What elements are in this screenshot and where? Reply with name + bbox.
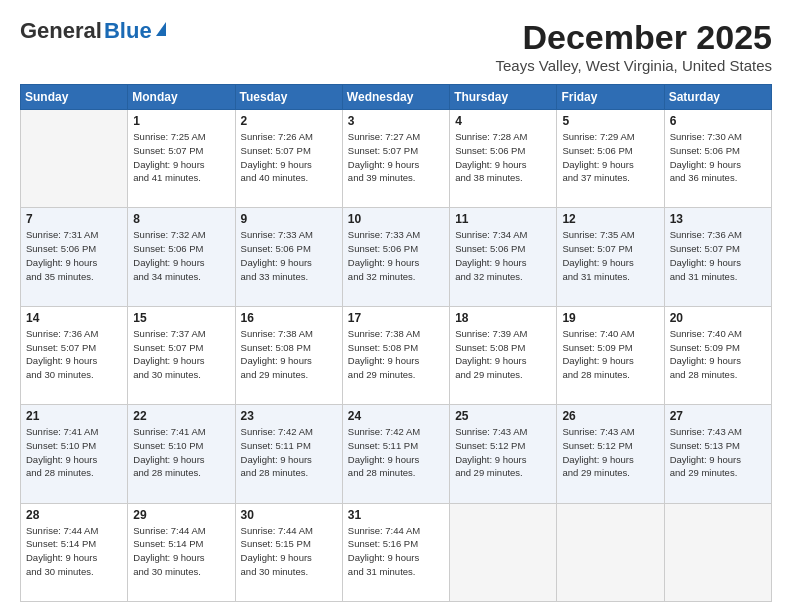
logo-text: GeneralBlue (20, 18, 166, 44)
calendar-week-row: 21Sunrise: 7:41 AMSunset: 5:10 PMDayligh… (21, 405, 772, 503)
logo-general: General (20, 18, 102, 44)
table-row: 29Sunrise: 7:44 AMSunset: 5:14 PMDayligh… (128, 503, 235, 601)
table-row: 15Sunrise: 7:37 AMSunset: 5:07 PMDayligh… (128, 306, 235, 404)
page: GeneralBlue December 2025 Teays Valley, … (0, 0, 792, 612)
table-row: 21Sunrise: 7:41 AMSunset: 5:10 PMDayligh… (21, 405, 128, 503)
day-number: 26 (562, 409, 658, 423)
day-number: 10 (348, 212, 444, 226)
day-info: Sunrise: 7:40 AMSunset: 5:09 PMDaylight:… (670, 327, 766, 382)
calendar-week-row: 7Sunrise: 7:31 AMSunset: 5:06 PMDaylight… (21, 208, 772, 306)
header: GeneralBlue December 2025 Teays Valley, … (20, 18, 772, 74)
day-number: 3 (348, 114, 444, 128)
table-row: 9Sunrise: 7:33 AMSunset: 5:06 PMDaylight… (235, 208, 342, 306)
table-row: 20Sunrise: 7:40 AMSunset: 5:09 PMDayligh… (664, 306, 771, 404)
table-row: 17Sunrise: 7:38 AMSunset: 5:08 PMDayligh… (342, 306, 449, 404)
day-number: 1 (133, 114, 229, 128)
calendar-week-row: 1Sunrise: 7:25 AMSunset: 5:07 PMDaylight… (21, 110, 772, 208)
day-number: 19 (562, 311, 658, 325)
title-block: December 2025 Teays Valley, West Virgini… (495, 18, 772, 74)
day-info: Sunrise: 7:25 AMSunset: 5:07 PMDaylight:… (133, 130, 229, 185)
day-info: Sunrise: 7:36 AMSunset: 5:07 PMDaylight:… (26, 327, 122, 382)
table-row: 16Sunrise: 7:38 AMSunset: 5:08 PMDayligh… (235, 306, 342, 404)
table-row: 24Sunrise: 7:42 AMSunset: 5:11 PMDayligh… (342, 405, 449, 503)
calendar-table: Sunday Monday Tuesday Wednesday Thursday… (20, 84, 772, 602)
day-info: Sunrise: 7:29 AMSunset: 5:06 PMDaylight:… (562, 130, 658, 185)
col-saturday: Saturday (664, 85, 771, 110)
day-number: 9 (241, 212, 337, 226)
table-row: 25Sunrise: 7:43 AMSunset: 5:12 PMDayligh… (450, 405, 557, 503)
day-info: Sunrise: 7:33 AMSunset: 5:06 PMDaylight:… (348, 228, 444, 283)
col-tuesday: Tuesday (235, 85, 342, 110)
table-row (557, 503, 664, 601)
col-thursday: Thursday (450, 85, 557, 110)
table-row: 23Sunrise: 7:42 AMSunset: 5:11 PMDayligh… (235, 405, 342, 503)
day-info: Sunrise: 7:44 AMSunset: 5:14 PMDaylight:… (133, 524, 229, 579)
day-number: 11 (455, 212, 551, 226)
day-number: 25 (455, 409, 551, 423)
day-number: 24 (348, 409, 444, 423)
day-number: 5 (562, 114, 658, 128)
calendar-week-row: 28Sunrise: 7:44 AMSunset: 5:14 PMDayligh… (21, 503, 772, 601)
day-number: 17 (348, 311, 444, 325)
table-row: 2Sunrise: 7:26 AMSunset: 5:07 PMDaylight… (235, 110, 342, 208)
table-row: 1Sunrise: 7:25 AMSunset: 5:07 PMDaylight… (128, 110, 235, 208)
day-number: 16 (241, 311, 337, 325)
day-info: Sunrise: 7:37 AMSunset: 5:07 PMDaylight:… (133, 327, 229, 382)
day-number: 2 (241, 114, 337, 128)
day-info: Sunrise: 7:40 AMSunset: 5:09 PMDaylight:… (562, 327, 658, 382)
table-row: 7Sunrise: 7:31 AMSunset: 5:06 PMDaylight… (21, 208, 128, 306)
day-info: Sunrise: 7:30 AMSunset: 5:06 PMDaylight:… (670, 130, 766, 185)
logo-blue: Blue (104, 18, 152, 44)
table-row: 13Sunrise: 7:36 AMSunset: 5:07 PMDayligh… (664, 208, 771, 306)
day-info: Sunrise: 7:34 AMSunset: 5:06 PMDaylight:… (455, 228, 551, 283)
day-info: Sunrise: 7:43 AMSunset: 5:12 PMDaylight:… (562, 425, 658, 480)
table-row: 10Sunrise: 7:33 AMSunset: 5:06 PMDayligh… (342, 208, 449, 306)
day-number: 20 (670, 311, 766, 325)
day-info: Sunrise: 7:36 AMSunset: 5:07 PMDaylight:… (670, 228, 766, 283)
day-info: Sunrise: 7:39 AMSunset: 5:08 PMDaylight:… (455, 327, 551, 382)
day-number: 4 (455, 114, 551, 128)
table-row (21, 110, 128, 208)
day-info: Sunrise: 7:32 AMSunset: 5:06 PMDaylight:… (133, 228, 229, 283)
table-row: 31Sunrise: 7:44 AMSunset: 5:16 PMDayligh… (342, 503, 449, 601)
table-row: 3Sunrise: 7:27 AMSunset: 5:07 PMDaylight… (342, 110, 449, 208)
day-number: 21 (26, 409, 122, 423)
col-friday: Friday (557, 85, 664, 110)
day-number: 15 (133, 311, 229, 325)
table-row: 5Sunrise: 7:29 AMSunset: 5:06 PMDaylight… (557, 110, 664, 208)
day-number: 29 (133, 508, 229, 522)
day-info: Sunrise: 7:43 AMSunset: 5:12 PMDaylight:… (455, 425, 551, 480)
day-info: Sunrise: 7:42 AMSunset: 5:11 PMDaylight:… (348, 425, 444, 480)
table-row: 11Sunrise: 7:34 AMSunset: 5:06 PMDayligh… (450, 208, 557, 306)
day-info: Sunrise: 7:41 AMSunset: 5:10 PMDaylight:… (26, 425, 122, 480)
day-info: Sunrise: 7:44 AMSunset: 5:15 PMDaylight:… (241, 524, 337, 579)
table-row: 12Sunrise: 7:35 AMSunset: 5:07 PMDayligh… (557, 208, 664, 306)
table-row: 4Sunrise: 7:28 AMSunset: 5:06 PMDaylight… (450, 110, 557, 208)
col-monday: Monday (128, 85, 235, 110)
calendar-week-row: 14Sunrise: 7:36 AMSunset: 5:07 PMDayligh… (21, 306, 772, 404)
day-number: 18 (455, 311, 551, 325)
day-number: 27 (670, 409, 766, 423)
calendar-header-row: Sunday Monday Tuesday Wednesday Thursday… (21, 85, 772, 110)
table-row: 18Sunrise: 7:39 AMSunset: 5:08 PMDayligh… (450, 306, 557, 404)
table-row: 27Sunrise: 7:43 AMSunset: 5:13 PMDayligh… (664, 405, 771, 503)
day-info: Sunrise: 7:38 AMSunset: 5:08 PMDaylight:… (241, 327, 337, 382)
day-info: Sunrise: 7:28 AMSunset: 5:06 PMDaylight:… (455, 130, 551, 185)
logo: GeneralBlue (20, 18, 166, 44)
location-title: Teays Valley, West Virginia, United Stat… (495, 57, 772, 74)
day-number: 23 (241, 409, 337, 423)
day-info: Sunrise: 7:33 AMSunset: 5:06 PMDaylight:… (241, 228, 337, 283)
day-number: 22 (133, 409, 229, 423)
day-number: 6 (670, 114, 766, 128)
day-info: Sunrise: 7:38 AMSunset: 5:08 PMDaylight:… (348, 327, 444, 382)
col-sunday: Sunday (21, 85, 128, 110)
day-info: Sunrise: 7:43 AMSunset: 5:13 PMDaylight:… (670, 425, 766, 480)
day-number: 31 (348, 508, 444, 522)
table-row: 14Sunrise: 7:36 AMSunset: 5:07 PMDayligh… (21, 306, 128, 404)
table-row: 28Sunrise: 7:44 AMSunset: 5:14 PMDayligh… (21, 503, 128, 601)
table-row: 19Sunrise: 7:40 AMSunset: 5:09 PMDayligh… (557, 306, 664, 404)
day-number: 8 (133, 212, 229, 226)
day-number: 7 (26, 212, 122, 226)
day-info: Sunrise: 7:44 AMSunset: 5:14 PMDaylight:… (26, 524, 122, 579)
table-row: 6Sunrise: 7:30 AMSunset: 5:06 PMDaylight… (664, 110, 771, 208)
